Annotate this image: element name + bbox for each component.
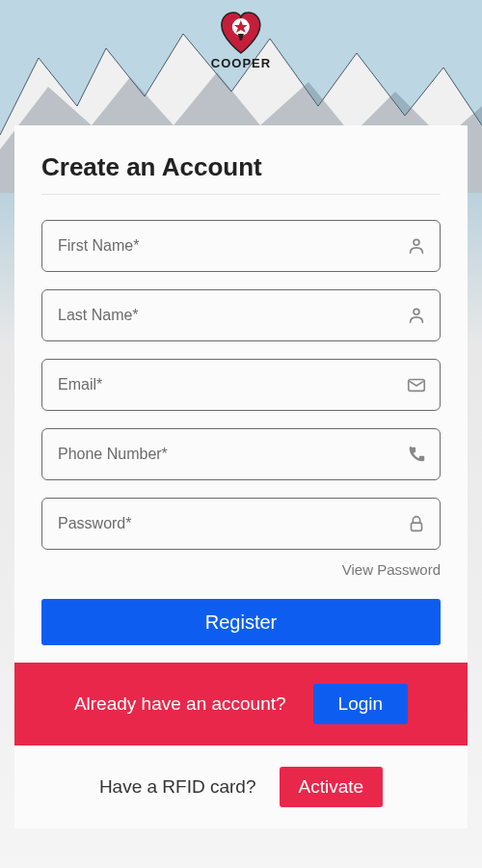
last-name-input[interactable] (41, 289, 441, 341)
brand-logo: COOPER (211, 10, 271, 70)
heart-logo-icon (217, 10, 265, 58)
view-password-toggle[interactable]: View Password (41, 561, 441, 578)
password-field-wrap (41, 498, 441, 550)
activate-button[interactable]: Activate (280, 767, 384, 807)
phone-input[interactable] (41, 428, 441, 480)
email-input[interactable] (41, 359, 441, 411)
person-icon (406, 235, 427, 257)
lock-icon (406, 513, 427, 534)
email-field-wrap (41, 359, 441, 411)
password-input[interactable] (41, 498, 441, 550)
login-button[interactable]: Login (313, 684, 409, 724)
svg-point-3 (414, 309, 419, 314)
first-name-field-wrap (41, 220, 441, 272)
svg-rect-5 (412, 523, 422, 530)
activate-prompt-text: Have a RFID card? (99, 776, 256, 798)
activate-prompt-bar: Have a RFID card? Activate (14, 746, 468, 828)
brand-name: COOPER (211, 56, 271, 70)
page-title: Create an Account (41, 152, 441, 195)
svg-point-2 (414, 239, 419, 245)
person-icon (406, 305, 427, 326)
last-name-field-wrap (41, 289, 441, 341)
login-prompt-bar: Already have an account? Login (14, 663, 468, 746)
register-button[interactable]: Register (41, 599, 441, 645)
phone-field-wrap (41, 428, 441, 480)
first-name-input[interactable] (41, 220, 441, 272)
signup-card: Create an Account (14, 125, 468, 828)
phone-icon (406, 444, 427, 465)
mail-icon (406, 374, 427, 395)
login-prompt-text: Already have an account? (74, 693, 286, 715)
